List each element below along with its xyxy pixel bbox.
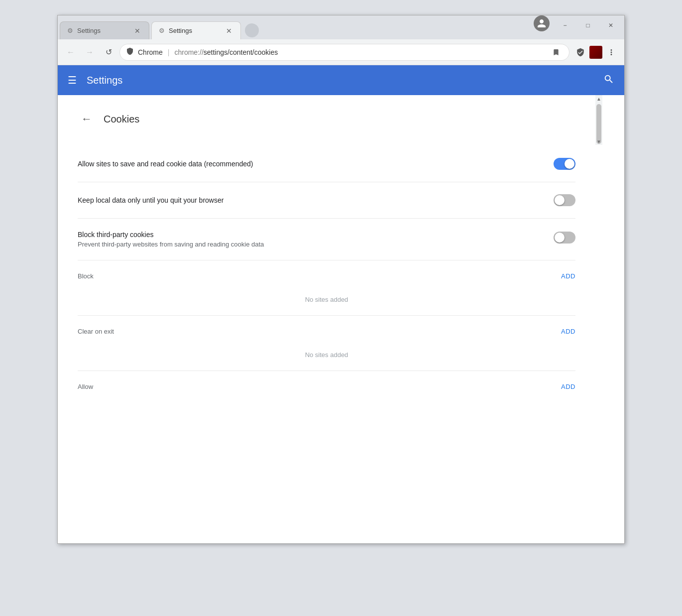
allow-add-button[interactable]: ADD bbox=[561, 383, 575, 390]
shield-icon[interactable] bbox=[572, 44, 588, 60]
block-third-party-labels: Block third-party cookies Prevent third-… bbox=[78, 231, 264, 248]
block-third-party-row: Block third-party cookies Prevent third-… bbox=[78, 219, 575, 260]
settings-title: Settings bbox=[87, 75, 603, 86]
clear-on-exit-section: Clear on exit ADD No sites added bbox=[78, 316, 575, 371]
block-section-header: Block ADD bbox=[78, 260, 575, 286]
security-icon bbox=[126, 47, 134, 57]
allow-sites-label: Allow sites to save and read cookie data… bbox=[78, 160, 253, 168]
user-avatar[interactable] bbox=[589, 46, 602, 59]
keep-local-toggle[interactable] bbox=[554, 194, 575, 206]
back-button[interactable]: ← bbox=[63, 44, 79, 60]
back-nav-button[interactable]: ← bbox=[78, 110, 96, 128]
scrollbar-track: ▲ ▼ bbox=[595, 95, 602, 145]
address-bar[interactable]: Chrome | chrome://settings/content/cooki… bbox=[119, 44, 569, 61]
allow-sites-toggle[interactable] bbox=[554, 158, 575, 170]
new-tab-button[interactable] bbox=[243, 21, 261, 39]
clear-on-exit-label: Clear on exit bbox=[78, 328, 114, 335]
scrollbar-up-arrow[interactable]: ▲ bbox=[595, 95, 602, 102]
hamburger-menu-icon[interactable]: ☰ bbox=[68, 74, 77, 86]
block-empty-text: No sites added bbox=[78, 286, 575, 316]
block-third-party-sublabel: Prevent third-party websites from saving… bbox=[78, 241, 264, 248]
block-third-party-label: Block third-party cookies bbox=[78, 231, 264, 239]
tab-settings-2[interactable]: ⚙ Settings ✕ bbox=[151, 21, 241, 39]
tab-settings-1[interactable]: ⚙ Settings ✕ bbox=[60, 21, 149, 39]
menu-icon[interactable] bbox=[603, 44, 619, 60]
toolbar-icons bbox=[572, 44, 619, 60]
settings-header: ☰ Settings bbox=[58, 65, 624, 95]
allow-section: Allow ADD bbox=[78, 371, 575, 396]
site-name-label: Chrome bbox=[138, 48, 163, 56]
keep-local-label: Keep local data only until you quit your… bbox=[78, 196, 224, 204]
page-header: ← Cookies bbox=[78, 110, 575, 128]
tab-label-1: Settings bbox=[77, 27, 129, 34]
block-section: Block ADD No sites added bbox=[78, 260, 575, 316]
reload-button[interactable]: ↺ bbox=[101, 44, 116, 60]
settings-search-icon[interactable] bbox=[603, 74, 614, 87]
close-button[interactable]: ✕ bbox=[599, 17, 622, 33]
clear-on-exit-section-header: Clear on exit ADD bbox=[78, 316, 575, 341]
forward-button[interactable]: → bbox=[82, 44, 98, 60]
address-bar-row: ← → ↺ Chrome | chrome://settings/content… bbox=[58, 39, 624, 65]
minimize-button[interactable]: − bbox=[554, 17, 576, 33]
address-actions bbox=[549, 45, 563, 59]
bookmark-icon[interactable] bbox=[549, 45, 563, 59]
block-add-button[interactable]: ADD bbox=[561, 272, 575, 280]
content-area: ← Cookies Allow sites to save and read c… bbox=[58, 95, 624, 543]
block-section-label: Block bbox=[78, 272, 94, 280]
block-third-party-toggle[interactable] bbox=[554, 232, 575, 244]
address-text: chrome://settings/content/cookies bbox=[174, 48, 278, 56]
settings-gear-icon-2: ⚙ bbox=[159, 27, 165, 34]
maximize-button[interactable]: □ bbox=[576, 17, 599, 33]
allow-sites-row: Allow sites to save and read cookie data… bbox=[78, 146, 575, 182]
profile-icon[interactable] bbox=[534, 15, 550, 31]
scrollbar-down-arrow[interactable]: ▼ bbox=[595, 138, 602, 145]
tab-close-1[interactable]: ✕ bbox=[133, 26, 142, 35]
tab-label-2: Settings bbox=[169, 27, 221, 34]
keep-local-row: Keep local data only until you quit your… bbox=[78, 182, 575, 219]
tab-close-2[interactable]: ✕ bbox=[225, 26, 233, 35]
settings-gear-icon-1: ⚙ bbox=[67, 27, 73, 34]
allow-section-label: Allow bbox=[78, 383, 93, 390]
clear-on-exit-add-button[interactable]: ADD bbox=[561, 328, 575, 335]
allow-section-header: Allow ADD bbox=[78, 371, 575, 396]
page-title: Cookies bbox=[104, 114, 139, 125]
clear-on-exit-empty-text: No sites added bbox=[78, 341, 575, 371]
main-content: ← Cookies Allow sites to save and read c… bbox=[58, 95, 595, 543]
